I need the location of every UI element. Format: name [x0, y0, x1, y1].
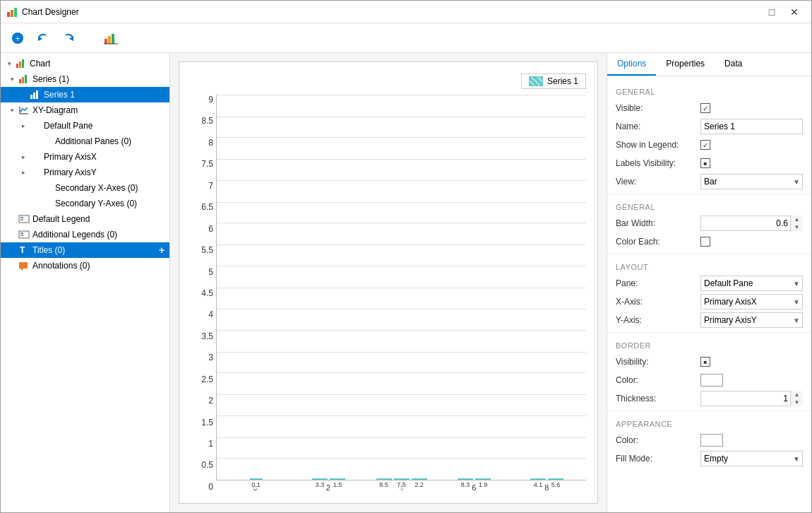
chart-icon [104, 32, 118, 45]
expand-xy[interactable]: ▾ [6, 107, 18, 114]
border-color-swatch[interactable] [700, 374, 723, 387]
y-axis-select[interactable]: Primary AxisY [700, 312, 803, 328]
border-visibility-checkbox[interactable] [700, 357, 710, 367]
chart-grid: 0.1 3.3 1.5 [216, 95, 586, 480]
bar-group-6: 8.3 1.9 [441, 478, 508, 480]
show-legend-checkbox[interactable] [700, 140, 710, 150]
tree-item-default-legend[interactable]: Default Legend [1, 211, 169, 227]
tree-item-titles[interactable]: T Titles (0) + [1, 242, 169, 258]
right-panel: Options Properties Data GENERAL Visible:… [607, 53, 811, 512]
show-legend-value [700, 140, 803, 150]
undo-icon [37, 32, 49, 45]
tree-item-secondary-x[interactable]: Secondary X-Axes (0) [1, 180, 169, 196]
tree-item-additional-legends[interactable]: Additional Legends (0) [1, 227, 169, 242]
minimize-button[interactable]: □ [760, 2, 783, 22]
tab-properties[interactable]: Properties [656, 53, 715, 76]
prop-row-view: View: Bar ▼ [607, 172, 811, 191]
svg-rect-7 [105, 39, 107, 44]
app-color-swatch[interactable] [700, 434, 723, 447]
undo-button[interactable] [32, 27, 54, 49]
svg-rect-12 [19, 61, 21, 68]
main-content: ▾ Chart ▾ Series (1) Series 1 [1, 53, 811, 512]
expand-default-pane[interactable]: ▸ [18, 122, 29, 129]
prop-row-y-axis: Y-Axis: Primary AxisY ▼ [607, 311, 811, 329]
fill-mode-label: Fill Mode: [616, 454, 700, 464]
x-axis-label: X-Axis: [616, 297, 700, 307]
tree-item-default-pane[interactable]: ▸ Default Pane [1, 118, 169, 134]
fill-mode-value: Empty Solid Hatch ▼ [700, 451, 803, 466]
border-visibility-label: Visibility: [616, 357, 700, 367]
x-axis-select-wrap: Primary AxisX ▼ [700, 294, 803, 309]
expand-axisx[interactable]: ▸ [18, 153, 29, 160]
thickness-up[interactable]: ▲ [791, 391, 803, 399]
visible-checkbox[interactable] [700, 103, 710, 113]
svg-rect-25 [19, 231, 29, 238]
chart-icon-tree [15, 57, 28, 70]
fill-mode-select[interactable]: Empty Solid Hatch [700, 451, 803, 466]
chart-button[interactable] [100, 27, 122, 49]
prop-row-fill-mode: Fill Mode: Empty Solid Hatch ▼ [607, 449, 811, 468]
thickness-label: Thickness: [616, 394, 700, 403]
redo-button[interactable] [57, 27, 80, 49]
tree-item-primary-axisx[interactable]: ▸ Primary AxisX [1, 149, 169, 165]
y-axis-value: Primary AxisY ▼ [700, 312, 803, 328]
bar-value: 2.2 [413, 480, 425, 489]
tree-item-series-group[interactable]: ▾ Series (1) [1, 71, 169, 87]
pane-select[interactable]: Default Pane [700, 276, 803, 291]
x-label-2: 2 [294, 483, 362, 492]
additional-legends-icon [18, 228, 30, 241]
bar: 2.2 [412, 478, 427, 480]
svg-rect-13 [22, 59, 24, 68]
svg-marker-30 [20, 269, 23, 271]
prop-row-show-legend: Show in Legend: [607, 136, 811, 154]
bars-wrapper: 0.1 3.3 1.5 [217, 95, 586, 480]
tab-data[interactable]: Data [715, 53, 752, 76]
prop-row-name: Name: [607, 117, 811, 136]
app-icon [6, 6, 18, 18]
section-header-border: BORDER [607, 336, 811, 353]
bar: 4.1 [530, 478, 546, 480]
prop-row-pane: Pane: Default Pane ▼ [607, 274, 811, 293]
thickness-input[interactable] [700, 391, 803, 406]
expand-axisy[interactable]: ▸ [18, 169, 29, 176]
bar-group-4: 8.5 7.5 2.2 [368, 478, 435, 480]
svg-rect-15 [22, 77, 24, 83]
svg-rect-17 [30, 95, 32, 99]
thickness-down[interactable]: ▼ [791, 399, 803, 406]
add-icon: + [11, 32, 24, 45]
bar-width-up[interactable]: ▲ [791, 216, 803, 223]
bar-width-input[interactable] [700, 216, 803, 231]
tree-item-chart[interactable]: ▾ Chart [1, 56, 169, 71]
name-input[interactable] [700, 119, 803, 134]
tree-item-secondary-y[interactable]: Secondary Y-Axes (0) [1, 196, 169, 211]
view-select[interactable]: Bar [700, 174, 803, 189]
tree-item-annotations[interactable]: Annotations (0) [1, 258, 169, 273]
tree-label-series-1: Series 1 [44, 90, 169, 100]
add-button[interactable]: + [6, 27, 29, 49]
tree-item-additional-panes[interactable]: Additional Panes (0) [1, 134, 169, 149]
svg-marker-5 [38, 36, 42, 41]
bar-value: 4.1 [532, 480, 544, 489]
secondary-x-icon [40, 182, 53, 194]
expand-series[interactable]: ▾ [6, 76, 18, 83]
expand-chart[interactable]: ▾ [4, 60, 15, 67]
svg-rect-16 [25, 75, 27, 83]
tree-item-series-1[interactable]: Series 1 [1, 87, 169, 102]
tree-item-primary-axisy[interactable]: ▸ Primary AxisY [1, 165, 169, 180]
x-axis-select[interactable]: Primary AxisX [700, 294, 803, 309]
color-each-checkbox[interactable] [700, 237, 710, 247]
legend-label: Series 1 [547, 76, 578, 86]
close-button[interactable]: ✕ [783, 2, 806, 22]
divider-3 [607, 332, 811, 333]
svg-rect-9 [112, 34, 114, 44]
tree-label-secondary-x: Secondary X-Axes (0) [55, 183, 169, 193]
tree-item-xy-diagram[interactable]: ▾ XY-Diagram [1, 102, 169, 118]
tree-label-default-pane: Default Pane [44, 121, 169, 131]
tab-options[interactable]: Options [607, 53, 656, 76]
labels-vis-checkbox[interactable] [700, 158, 710, 168]
bar-width-down[interactable]: ▼ [791, 223, 803, 231]
bar: 3.3 [312, 478, 328, 480]
add-titles-button[interactable]: + [155, 244, 168, 256]
app-color-value [700, 434, 803, 447]
bar-value: 1.5 [332, 480, 344, 489]
